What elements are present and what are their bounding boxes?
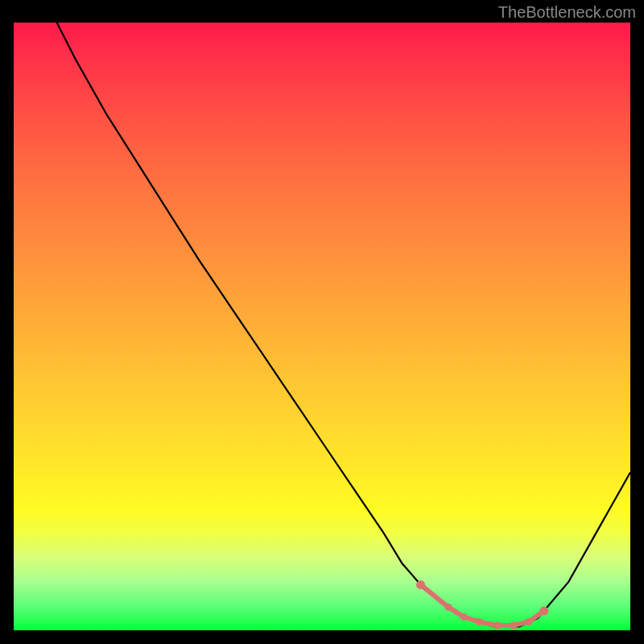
highlight-dot [494,621,502,629]
watermark-text: TheBottleneck.com [498,3,636,22]
highlight-dot [416,580,425,589]
highlight-dot [445,604,452,611]
bottleneck-curve [57,23,630,627]
highlight-segment [421,584,448,607]
curve-svg [14,23,630,630]
chart-container: TheBottleneck.com [0,0,644,644]
highlight-dots [416,580,548,630]
plot-area [14,23,630,630]
highlight-dot [460,613,468,621]
highlight-dot [510,621,517,629]
highlight-dot [476,618,483,625]
highlight-dot [525,618,532,625]
highlight-dot [539,606,548,615]
